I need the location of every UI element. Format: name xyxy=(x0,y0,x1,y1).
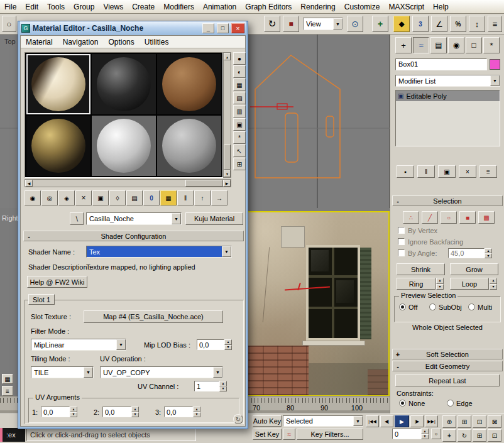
background-icon[interactable]: ▦ xyxy=(233,79,246,91)
show-map-in-viewport-icon[interactable]: ▦ xyxy=(160,190,177,205)
hierarchy-tab-icon[interactable]: ▤ xyxy=(430,37,447,53)
reset-material-icon[interactable]: × xyxy=(75,190,92,205)
make-copy-icon[interactable]: ▣ xyxy=(92,190,109,205)
by-vertex-checkbox[interactable] xyxy=(398,227,405,234)
new-key-tangent-icon[interactable]: ≈ xyxy=(283,429,295,440)
show-end-result-icon[interactable]: ‖ xyxy=(177,190,194,205)
modifier-list-dropdown[interactable]: Modifier List ▼ xyxy=(395,75,500,87)
selection-rollout-header[interactable]: - Selection xyxy=(392,195,503,206)
go-to-start-icon[interactable]: |◀◀ xyxy=(366,415,379,427)
material-map-navigator-icon[interactable]: ⊞ xyxy=(233,158,246,170)
element-subobject-icon[interactable]: ▩ xyxy=(478,211,495,224)
viewport-right-label[interactable]: Right xyxy=(2,214,18,222)
put-material-icon[interactable]: ◎ xyxy=(41,190,58,205)
pan-hand-icon[interactable]: + xyxy=(442,429,456,442)
arg2-spinner[interactable]: 0,0 ▴▾ xyxy=(102,407,139,417)
make-unique-material-icon[interactable]: ◊ xyxy=(109,190,126,205)
video-color-check-icon[interactable]: ▥ xyxy=(233,105,246,118)
chevron-down-icon[interactable]: ▼ xyxy=(213,367,222,378)
angle-snap-icon[interactable]: ∠ xyxy=(431,16,447,32)
maxscript-mini-listener[interactable]: :ex xyxy=(0,428,25,442)
chevron-down-icon[interactable]: ▼ xyxy=(222,246,231,257)
zoom-all-icon[interactable]: ⊞ xyxy=(457,415,471,428)
menu-edit[interactable]: Edit xyxy=(21,3,43,11)
stack-item-editable-poly[interactable]: ▣ Editable Poly xyxy=(396,90,500,101)
material-name-dropdown[interactable]: Casilla_Noche ▼ xyxy=(86,212,182,225)
go-to-sibling-icon[interactable]: → xyxy=(211,190,227,205)
menu-modifiers[interactable]: Modifiers xyxy=(159,3,199,11)
preview-off-radio[interactable] xyxy=(399,304,406,310)
put-to-library-icon[interactable]: ▤ xyxy=(126,190,143,205)
scroll-up-icon[interactable]: ▴ xyxy=(224,53,231,60)
ring-button[interactable]: Ring xyxy=(397,278,436,290)
grid-icon[interactable]: ▦ xyxy=(2,374,13,384)
mip-lod-bias-spinner[interactable]: 0,0 ▴▾ xyxy=(197,339,232,350)
arg1-spinner[interactable]: 0,0 ▴▾ xyxy=(41,407,77,417)
key-mode-toggle-icon[interactable]: ○ xyxy=(431,429,441,439)
remove-modifier-icon[interactable]: × xyxy=(459,165,476,178)
select-by-material-icon[interactable]: ↖ xyxy=(233,145,246,157)
play-icon[interactable]: ▶ xyxy=(395,415,409,427)
material-editor-window[interactable]: G Material Editor - Casilla_Noche _ □ × … xyxy=(18,21,248,429)
preview-subobj-radio[interactable] xyxy=(429,304,436,310)
menu-maxscript[interactable]: MAXScript xyxy=(384,3,429,11)
use-pivot-center-icon[interactable]: ⊙ xyxy=(347,16,363,32)
shrink-button[interactable]: Shrink xyxy=(397,263,445,275)
go-to-end-icon[interactable]: ▶▶| xyxy=(425,415,438,427)
reference-coordinate-dropdown[interactable]: View ▼ xyxy=(303,18,343,30)
set-key-button[interactable]: Set Key xyxy=(253,429,282,440)
minimize-icon[interactable]: _ xyxy=(202,23,214,33)
configure-sets-icon[interactable]: ≡ xyxy=(479,165,497,178)
menu-file[interactable]: File xyxy=(0,3,21,11)
field-of-view-icon[interactable]: ⊡ xyxy=(488,429,501,442)
previous-frame-icon[interactable]: ◀| xyxy=(380,415,393,427)
menu-customize[interactable]: Customize xyxy=(340,3,385,11)
maximize-icon[interactable]: □ xyxy=(217,23,229,33)
chevron-down-icon[interactable]: ▼ xyxy=(84,367,93,378)
arg3-spinner[interactable]: 0,0 ▴▾ xyxy=(164,407,200,417)
select-object-icon[interactable]: ○ xyxy=(2,16,16,32)
polygon-subobject-icon[interactable]: ■ xyxy=(459,211,476,224)
ring-spinner[interactable]: ▴▾ xyxy=(436,278,444,290)
sample-hscrollbar[interactable]: ◀ ▶ xyxy=(25,179,231,187)
by-angle-checkbox[interactable] xyxy=(398,249,405,256)
edit-geometry-rollout-header[interactable]: - Edit Geometry xyxy=(392,361,503,371)
material-id-channel-icon[interactable]: 0 xyxy=(143,190,160,205)
me-menu-material[interactable]: Material xyxy=(21,38,58,46)
filter-mode-dropdown[interactable]: MipLinear ▼ xyxy=(31,339,126,351)
material-editor-titlebar[interactable]: G Material Editor - Casilla_Noche _ □ × xyxy=(20,21,246,35)
slot-texture-button[interactable]: Map #4 (ES_Casilla_Noche.ace) xyxy=(84,310,223,323)
sample-vscrollbar[interactable]: ▴ ▾ xyxy=(223,52,231,178)
chevron-down-icon[interactable]: ▼ xyxy=(116,339,126,350)
chevron-down-icon[interactable]: ▼ xyxy=(353,416,363,426)
next-frame-icon[interactable]: |▶ xyxy=(410,415,424,427)
modify-tab-icon[interactable]: ≈ xyxy=(413,37,429,53)
pin-stack-icon[interactable]: ▪ xyxy=(397,165,414,178)
show-end-result-icon[interactable]: ‖ xyxy=(417,165,435,178)
sample-type-icon[interactable]: ● xyxy=(233,52,246,65)
uv-channel-spinner[interactable]: 1 ▴▾ xyxy=(194,381,227,391)
scroll-left-icon[interactable]: ◀ xyxy=(25,180,33,187)
snaps-toggle-icon[interactable]: ◆ xyxy=(393,16,410,32)
hscroll-thumb[interactable] xyxy=(185,180,223,187)
backlight-icon[interactable]: ◐ xyxy=(233,65,246,78)
border-subobject-icon[interactable]: ○ xyxy=(441,211,457,224)
object-name-field[interactable]: Box01 xyxy=(395,58,487,70)
key-filters-button[interactable]: Key Filters... xyxy=(297,429,363,440)
me-menu-options[interactable]: Options xyxy=(103,38,139,46)
close-icon[interactable]: × xyxy=(231,23,244,33)
edge-subobject-icon[interactable]: ╱ xyxy=(422,211,438,224)
motion-tab-icon[interactable]: ◉ xyxy=(448,37,464,53)
spinner-snap-icon[interactable]: ↕ xyxy=(469,16,485,32)
repeat-last-button[interactable]: Repeat Last xyxy=(395,375,500,386)
maximize-viewport-icon[interactable]: ⊞ xyxy=(473,429,486,442)
viewport-perspective[interactable] xyxy=(247,211,390,397)
make-preview-icon[interactable]: ▣ xyxy=(233,118,246,131)
zoom-icon[interactable]: ⊕ xyxy=(442,415,456,428)
percent-snap-icon[interactable]: % xyxy=(450,16,466,32)
scroll-rollouts-icon[interactable]: ↻ xyxy=(233,414,243,424)
select-manipulate-icon[interactable]: + xyxy=(372,16,388,32)
vscroll-thumb[interactable] xyxy=(224,145,231,170)
me-menu-utilities[interactable]: Utilities xyxy=(140,38,174,46)
loop-spinner[interactable]: ▴▾ xyxy=(490,278,498,290)
